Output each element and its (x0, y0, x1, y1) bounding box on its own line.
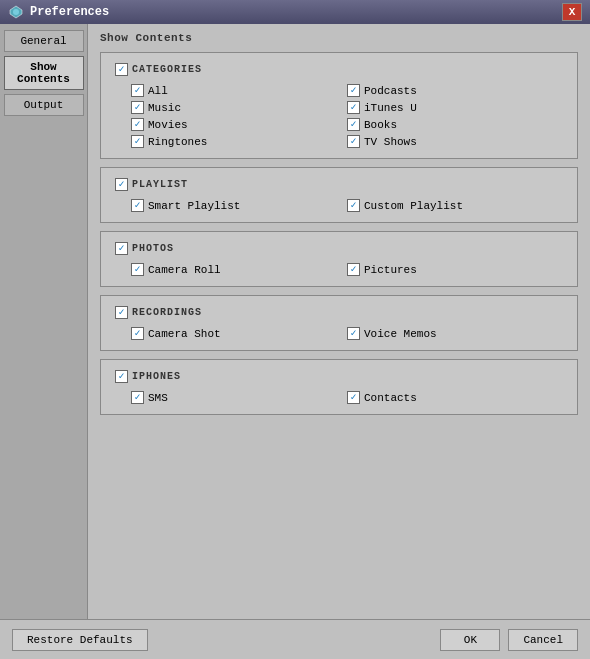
playlist-grid: Smart Playlist Custom Playlist (115, 199, 563, 212)
section-label-categories: CATEGORIES (132, 64, 202, 75)
checkbox-photos[interactable] (115, 242, 128, 255)
recordings-grid: Camera Shot Voice Memos (115, 327, 563, 340)
item-itunes-u: iTunes U (347, 101, 563, 114)
sidebar-item-general[interactable]: General (4, 30, 84, 52)
preferences-window: Preferences X General Show Contents Outp… (0, 0, 590, 659)
main-layout: General Show Contents Output Show Conten… (0, 24, 590, 659)
item-camera-shot: Camera Shot (131, 327, 347, 340)
content-area: Show Contents CATEGORIES All Podcasts (88, 24, 590, 659)
item-ringtones: Ringtones (131, 135, 347, 148)
label-camera-roll: Camera Roll (148, 264, 221, 276)
label-smart-playlist: Smart Playlist (148, 200, 240, 212)
close-button[interactable]: X (562, 3, 582, 21)
item-tv-shows: TV Shows (347, 135, 563, 148)
categories-grid: All Podcasts Music iTunes U (115, 84, 563, 148)
checkbox-podcasts[interactable] (347, 84, 360, 97)
checkbox-sms[interactable] (131, 391, 144, 404)
sidebar-item-output[interactable]: Output (4, 94, 84, 116)
checkbox-categories[interactable] (115, 63, 128, 76)
checkbox-smart-playlist[interactable] (131, 199, 144, 212)
checkbox-books[interactable] (347, 118, 360, 131)
checkbox-camera-shot[interactable] (131, 327, 144, 340)
checkbox-contacts[interactable] (347, 391, 360, 404)
checkbox-playlist[interactable] (115, 178, 128, 191)
checkbox-custom-playlist[interactable] (347, 199, 360, 212)
item-sms: SMS (131, 391, 347, 404)
section-label-recordings: RECORDINGS (132, 307, 202, 318)
checkbox-voice-memos[interactable] (347, 327, 360, 340)
item-camera-roll: Camera Roll (131, 263, 347, 276)
photos-grid: Camera Roll Pictures (115, 263, 563, 276)
checkbox-tv-shows[interactable] (347, 135, 360, 148)
section-photos: PHOTOS Camera Roll Pictures (100, 231, 578, 287)
title-bar: Preferences X (0, 0, 590, 24)
section-header-playlist: PLAYLIST (115, 178, 563, 191)
section-label-iphones: IPHONES (132, 371, 181, 382)
item-all: All (131, 84, 347, 97)
section-playlist: PLAYLIST Smart Playlist Custom Playlist (100, 167, 578, 223)
checkbox-iphones[interactable] (115, 370, 128, 383)
sidebar: General Show Contents Output (0, 24, 88, 659)
section-label-photos: PHOTOS (132, 243, 174, 254)
checkbox-music[interactable] (131, 101, 144, 114)
checkbox-ringtones[interactable] (131, 135, 144, 148)
label-custom-playlist: Custom Playlist (364, 200, 463, 212)
label-pictures: Pictures (364, 264, 417, 276)
footer: Restore Defaults OK Cancel (0, 619, 590, 659)
footer-right-buttons: OK Cancel (440, 629, 578, 651)
checkbox-pictures[interactable] (347, 263, 360, 276)
label-tv-shows: TV Shows (364, 136, 417, 148)
checkbox-movies[interactable] (131, 118, 144, 131)
checkbox-camera-roll[interactable] (131, 263, 144, 276)
section-header-categories: CATEGORIES (115, 63, 563, 76)
window-title: Preferences (30, 5, 562, 19)
iphones-grid: SMS Contacts (115, 391, 563, 404)
item-pictures: Pictures (347, 263, 563, 276)
label-music: Music (148, 102, 181, 114)
item-voice-memos: Voice Memos (347, 327, 563, 340)
label-podcasts: Podcasts (364, 85, 417, 97)
content-section-title: Show Contents (100, 32, 578, 44)
label-contacts: Contacts (364, 392, 417, 404)
checkbox-all[interactable] (131, 84, 144, 97)
label-sms: SMS (148, 392, 168, 404)
app-icon (8, 4, 24, 20)
checkbox-itunes-u[interactable] (347, 101, 360, 114)
item-music: Music (131, 101, 347, 114)
item-custom-playlist: Custom Playlist (347, 199, 563, 212)
cancel-button[interactable]: Cancel (508, 629, 578, 651)
label-movies: Movies (148, 119, 188, 131)
section-recordings: RECORDINGS Camera Shot Voice Memos (100, 295, 578, 351)
section-iphones: IPHONES SMS Contacts (100, 359, 578, 415)
label-voice-memos: Voice Memos (364, 328, 437, 340)
item-movies: Movies (131, 118, 347, 131)
section-categories: CATEGORIES All Podcasts Music (100, 52, 578, 159)
item-podcasts: Podcasts (347, 84, 563, 97)
section-header-iphones: IPHONES (115, 370, 563, 383)
label-itunes-u: iTunes U (364, 102, 417, 114)
label-books: Books (364, 119, 397, 131)
section-header-recordings: RECORDINGS (115, 306, 563, 319)
ok-button[interactable]: OK (440, 629, 500, 651)
item-smart-playlist: Smart Playlist (131, 199, 347, 212)
label-ringtones: Ringtones (148, 136, 207, 148)
label-camera-shot: Camera Shot (148, 328, 221, 340)
item-contacts: Contacts (347, 391, 563, 404)
svg-point-1 (13, 9, 19, 15)
section-label-playlist: PLAYLIST (132, 179, 188, 190)
checkbox-recordings[interactable] (115, 306, 128, 319)
restore-defaults-button[interactable]: Restore Defaults (12, 629, 148, 651)
section-header-photos: PHOTOS (115, 242, 563, 255)
label-all: All (148, 85, 168, 97)
sidebar-item-show-contents[interactable]: Show Contents (4, 56, 84, 90)
item-books: Books (347, 118, 563, 131)
